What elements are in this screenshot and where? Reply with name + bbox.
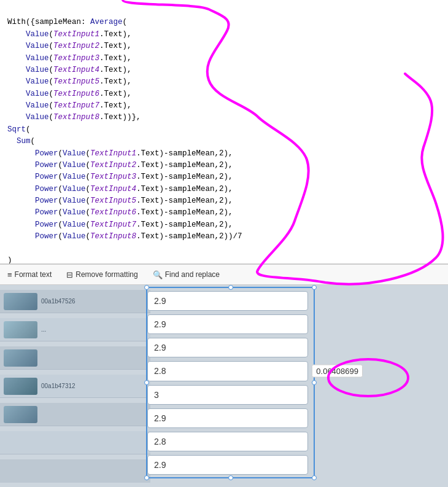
input-value-1: 2.9 [154, 296, 166, 306]
input-box-6[interactable]: 2.9 [147, 408, 308, 428]
result-value-label: 0.06408699 [312, 365, 363, 378]
find-replace-icon: 🔍 [153, 270, 163, 279]
input-value-2: 2.9 [154, 319, 166, 329]
remove-formatting-button[interactable]: ⊟ Remove formatting [64, 269, 140, 281]
code-content: With({sampleMean: Average( Value(TextInp… [0, 0, 448, 264]
find-replace-button[interactable]: 🔍 Find and replace [150, 269, 222, 281]
input-box-8[interactable]: 2.9 [147, 455, 308, 475]
remove-formatting-label: Remove formatting [75, 270, 137, 279]
input-box-1[interactable]: 2.9 [147, 291, 308, 311]
format-text-label: Format text [15, 270, 52, 279]
input-value-7: 2.8 [154, 437, 166, 446]
find-replace-label: Find and replace [165, 270, 220, 279]
input-box-2[interactable]: 2.9 [147, 314, 308, 334]
toolbar: ≡ Format text ⊟ Remove formatting 🔍 Find… [0, 264, 448, 285]
input-value-4: 2.8 [154, 366, 166, 376]
inputs-panel: 2.9 2.9 2.9 2.8 0.06408699 3 2.9 2.8 2.9 [147, 291, 313, 478]
input-value-6: 2.9 [154, 413, 166, 423]
input-box-4[interactable]: 2.8 0.06408699 [147, 361, 308, 381]
input-box-3[interactable]: 2.9 [147, 338, 308, 357]
remove-formatting-icon: ⊟ [66, 270, 73, 279]
input-box-7[interactable]: 2.8 [147, 432, 308, 451]
input-value-8: 2.9 [154, 460, 166, 470]
input-box-5[interactable]: 3 [147, 385, 308, 405]
bottom-section: 00a1b47526 ... 00a1b47312 2.9 2. [0, 285, 448, 487]
input-value-3: 2.9 [154, 343, 166, 353]
code-editor[interactable]: With({sampleMean: Average( Value(TextInp… [0, 0, 448, 264]
input-value-5: 3 [154, 390, 159, 400]
format-text-button[interactable]: ≡ Format text [5, 269, 54, 281]
format-text-icon: ≡ [7, 270, 12, 279]
